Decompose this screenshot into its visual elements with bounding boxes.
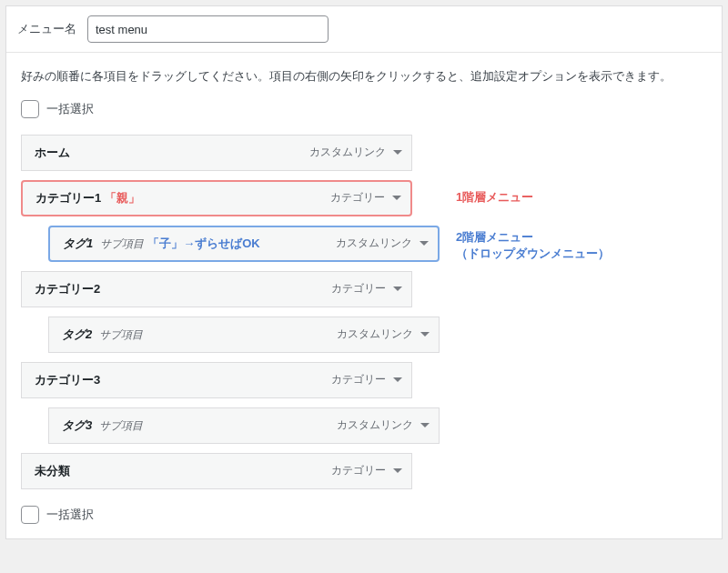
sub-item-label: サブ項目 bbox=[100, 236, 144, 252]
menu-body: 好みの順番に各項目をドラッグしてください。項目の右側の矢印をクリックすると、追加… bbox=[6, 53, 722, 538]
menu-item-type: カテゴリー bbox=[331, 463, 386, 478]
menu-item-expand[interactable]: カスタムリンク bbox=[336, 236, 429, 251]
sub-item-label: サブ項目 bbox=[99, 418, 143, 434]
sub-item-label: サブ項目 bbox=[99, 327, 143, 343]
menu-item-expand[interactable]: カスタムリンク bbox=[337, 417, 430, 433]
menu-editor-panel: メニュー名 好みの順番に各項目をドラッグしてください。項目の右側の矢印をクリック… bbox=[5, 5, 723, 539]
bulk-select-label: 一括選択 bbox=[46, 101, 94, 117]
menu-item-title: タグ1 bbox=[63, 236, 93, 252]
chevron-down-icon bbox=[392, 196, 401, 200]
menu-item-expand[interactable]: カテゴリー bbox=[330, 190, 401, 206]
bulk-select-bottom: 一括選択 bbox=[21, 506, 707, 524]
bulk-select-top: 一括選択 bbox=[21, 100, 707, 118]
menu-item-title: ホーム bbox=[35, 145, 70, 161]
menu-item-category2[interactable]: カテゴリー2 カテゴリー bbox=[21, 271, 412, 307]
menu-item-type: カテゴリー bbox=[331, 372, 386, 387]
menu-item-category3[interactable]: カテゴリー3 カテゴリー bbox=[21, 362, 412, 398]
chevron-down-icon bbox=[420, 241, 429, 246]
chevron-down-icon bbox=[420, 423, 430, 427]
menu-item-uncategorized[interactable]: 未分類 カテゴリー bbox=[21, 453, 412, 489]
menu-item-type: カスタムリンク bbox=[337, 327, 413, 342]
menu-item-list: ホーム カスタムリンク カテゴリー1 「親」 カテゴリー bbox=[21, 135, 707, 489]
menu-item-title: カテゴリー1 bbox=[35, 190, 101, 206]
menu-name-label: メニュー名 bbox=[17, 21, 76, 37]
chevron-down-icon bbox=[393, 150, 402, 155]
chevron-down-icon bbox=[420, 332, 430, 337]
menu-item-title: タグ3 bbox=[62, 417, 92, 434]
menu-item-type: カスタムリンク bbox=[309, 145, 386, 160]
menu-item-category1[interactable]: カテゴリー1 「親」 カテゴリー bbox=[21, 180, 412, 216]
annotation-parent: 「親」 bbox=[105, 190, 140, 206]
menu-item-title: カテゴリー2 bbox=[35, 281, 100, 297]
menu-item-type: カテゴリー bbox=[331, 281, 386, 297]
menu-item-expand[interactable]: カテゴリー bbox=[331, 372, 402, 387]
chevron-down-icon bbox=[393, 468, 402, 473]
menu-item-tag3[interactable]: タグ3 サブ項目 カスタムリンク bbox=[48, 407, 440, 444]
bulk-select-checkbox[interactable] bbox=[21, 506, 39, 524]
menu-item-title: タグ2 bbox=[62, 327, 92, 343]
menu-item-type: カテゴリー bbox=[330, 190, 385, 206]
menu-item-expand[interactable]: カテゴリー bbox=[331, 281, 402, 297]
menu-item-tag1[interactable]: タグ1 サブ項目 「子」→ずらせばOK カスタムリンク bbox=[48, 226, 440, 262]
menu-name-input[interactable] bbox=[87, 15, 329, 43]
menu-item-expand[interactable]: カスタムリンク bbox=[337, 327, 430, 342]
menu-item-home[interactable]: ホーム カスタムリンク bbox=[21, 135, 412, 171]
menu-item-expand[interactable]: カテゴリー bbox=[331, 463, 402, 478]
menu-item-title: カテゴリー3 bbox=[35, 372, 100, 388]
instruction-text: 好みの順番に各項目をドラッグしてください。項目の右側の矢印をクリックすると、追加… bbox=[21, 67, 707, 85]
menu-item-expand[interactable]: カスタムリンク bbox=[309, 145, 402, 160]
bulk-select-checkbox[interactable] bbox=[21, 100, 39, 118]
menu-item-type: カスタムリンク bbox=[336, 236, 412, 251]
menu-item-type: カスタムリンク bbox=[337, 417, 413, 433]
menu-name-row: メニュー名 bbox=[6, 6, 722, 53]
menu-item-tag2[interactable]: タグ2 サブ項目 カスタムリンク bbox=[48, 317, 440, 353]
chevron-down-icon bbox=[393, 377, 402, 382]
annotation-child: 「子」→ずらせばOK bbox=[147, 236, 260, 252]
chevron-down-icon bbox=[393, 286, 402, 291]
annotation-level1: 1階層メニュー bbox=[456, 189, 533, 206]
menu-item-title: 未分類 bbox=[35, 463, 70, 479]
annotation-level2: 2階層メニュー （ドロップダウンメニュー） bbox=[456, 229, 610, 262]
bulk-select-label: 一括選択 bbox=[46, 507, 94, 523]
